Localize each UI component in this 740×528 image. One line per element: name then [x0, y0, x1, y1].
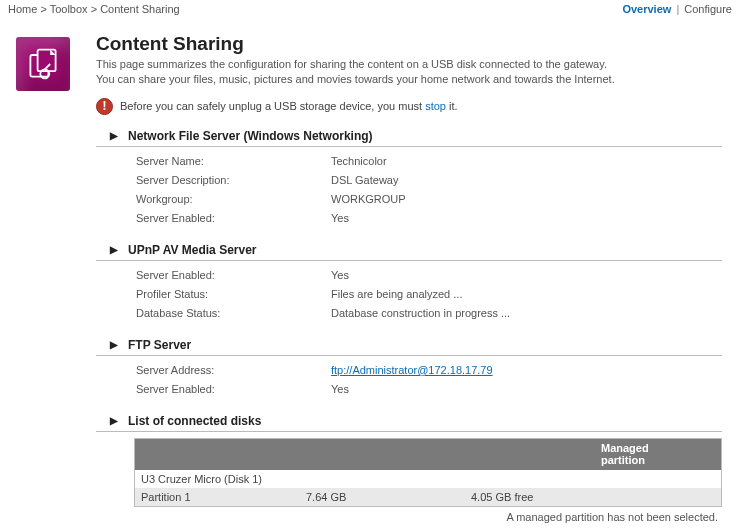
upnp-enabled-value: Yes: [331, 269, 722, 281]
tab-configure[interactable]: Configure: [684, 3, 732, 15]
breadcrumb-home[interactable]: Home: [8, 3, 37, 15]
nfs-wg-label: Workgroup:: [136, 193, 331, 205]
managed-partition-status: A managed partition has not been selecte…: [134, 507, 722, 523]
nfs-enabled-value: Yes: [331, 212, 722, 224]
nfs-desc-value: DSL Gateway: [331, 174, 722, 186]
upnp-db-label: Database Status:: [136, 307, 331, 319]
unplug-warning: ! Before you can safely unplug a USB sto…: [96, 98, 722, 115]
triangle-icon: ▶: [110, 339, 118, 350]
breadcrumb-toolbox[interactable]: Toolbox: [50, 3, 88, 15]
breadcrumb-current: Content Sharing: [100, 3, 180, 15]
col-managed-partition: Managed partition: [601, 442, 691, 467]
section-upnp: ▶ UPnP AV Media Server: [96, 243, 722, 261]
triangle-icon: ▶: [110, 130, 118, 141]
partition-size: 7.64 GB: [306, 491, 471, 503]
nfs-name-label: Server Name:: [136, 155, 331, 167]
breadcrumb: Home > Toolbox > Content Sharing: [8, 3, 180, 15]
ftp-enabled-label: Server Enabled:: [136, 383, 331, 395]
section-disks: ▶ List of connected disks: [96, 414, 722, 432]
disk-table: Managed partition U3 Cruzer Micro (Disk …: [134, 438, 722, 507]
stop-link[interactable]: stop: [425, 100, 446, 112]
tab-overview[interactable]: Overview: [622, 3, 671, 15]
page-lead: This page summarizes the configuration f…: [96, 57, 722, 88]
nfs-wg-value: WORKGROUP: [331, 193, 722, 205]
nfs-name-value: Technicolor: [331, 155, 722, 167]
nfs-desc-label: Server Description:: [136, 174, 331, 186]
partition-row: Partition 1 7.64 GB 4.05 GB free: [135, 488, 721, 506]
page-title: Content Sharing: [96, 33, 722, 55]
triangle-icon: ▶: [110, 244, 118, 255]
warning-icon: !: [96, 98, 113, 115]
disk-row: U3 Cruzer Micro (Disk 1): [135, 470, 721, 488]
upnp-profiler-value: Files are being analyzed ...: [331, 288, 722, 300]
upnp-db-value: Database construction in progress ...: [331, 307, 722, 319]
ftp-address-link[interactable]: ftp://Administrator@172.18.17.79: [331, 364, 493, 376]
ftp-addr-label: Server Address:: [136, 364, 331, 376]
upnp-profiler-label: Profiler Status:: [136, 288, 331, 300]
section-ftp: ▶ FTP Server: [96, 338, 722, 356]
triangle-icon: ▶: [110, 415, 118, 426]
nfs-enabled-label: Server Enabled:: [136, 212, 331, 224]
ftp-enabled-value: Yes: [331, 383, 722, 395]
section-nfs: ▶ Network File Server (Windows Networkin…: [96, 129, 722, 147]
partition-name: Partition 1: [141, 491, 306, 503]
upnp-enabled-label: Server Enabled:: [136, 269, 331, 281]
partition-free: 4.05 GB free: [471, 491, 715, 503]
content-sharing-icon: [16, 37, 70, 91]
view-tabs: Overview | Configure: [622, 3, 732, 15]
